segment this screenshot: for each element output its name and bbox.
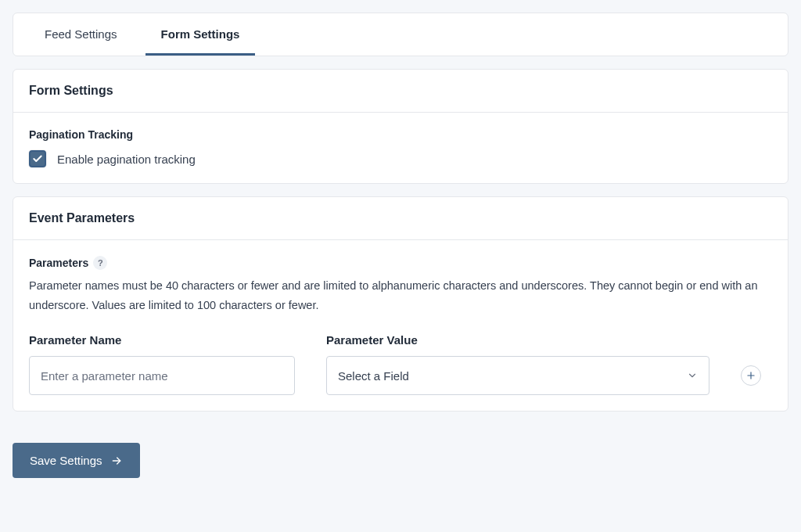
parameter-name-column: Parameter Name	[29, 333, 295, 395]
save-button-label: Save Settings	[30, 454, 102, 467]
form-settings-body: Pagination Tracking Enable pagination tr…	[13, 113, 788, 183]
tabs: Feed Settings Form Settings	[13, 13, 788, 56]
check-icon	[32, 153, 43, 164]
pagination-checkbox-row: Enable pagination tracking	[29, 150, 772, 167]
pagination-tracking-label: Pagination Tracking	[29, 128, 772, 141]
plus-icon	[745, 370, 756, 381]
parameter-name-input[interactable]	[29, 356, 295, 395]
save-settings-button[interactable]: Save Settings	[13, 443, 140, 478]
tab-feed-settings[interactable]: Feed Settings	[29, 13, 133, 56]
parameter-value-placeholder: Select a Field	[338, 369, 409, 383]
tab-form-settings[interactable]: Form Settings	[145, 13, 256, 56]
parameters-label: Parameters	[29, 257, 88, 269]
add-parameter-button[interactable]	[741, 365, 761, 386]
parameters-description: Parameter names must be 40 characters or…	[29, 276, 772, 315]
help-icon[interactable]: ?	[93, 256, 107, 270]
parameter-value-heading: Parameter Value	[326, 333, 709, 347]
arrow-right-icon	[110, 455, 123, 467]
tabs-panel: Feed Settings Form Settings	[13, 13, 788, 56]
event-parameters-body: Parameters ? Parameter names must be 40 …	[13, 240, 788, 411]
event-parameters-panel: Event Parameters Parameters ? Parameter …	[13, 196, 788, 412]
parameter-name-heading: Parameter Name	[29, 333, 295, 347]
pagination-checkbox[interactable]	[29, 150, 46, 167]
pagination-checkbox-label: Enable pagination tracking	[57, 153, 196, 166]
parameter-value-column: Parameter Value Select a Field	[326, 333, 709, 395]
event-parameters-heading: Event Parameters	[13, 197, 788, 240]
chevron-down-icon	[687, 370, 698, 381]
form-settings-panel: Form Settings Pagination Tracking Enable…	[13, 69, 788, 184]
parameter-row: Parameter Name Parameter Value Select a …	[29, 333, 772, 395]
form-settings-heading: Form Settings	[13, 70, 788, 113]
parameter-value-select[interactable]: Select a Field	[326, 356, 709, 395]
